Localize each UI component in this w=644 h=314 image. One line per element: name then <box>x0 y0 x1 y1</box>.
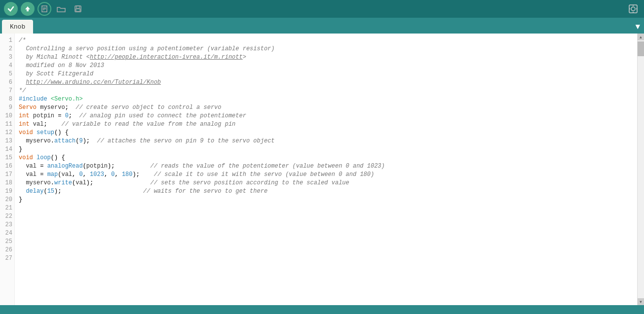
tab-label: Knob <box>10 23 25 31</box>
scroll-up[interactable]: ▲ <box>638 34 644 40</box>
line-number: 15 <box>3 154 12 162</box>
line-number: 17 <box>3 171 12 179</box>
code-line: */ <box>19 87 633 95</box>
line-number: 10 <box>3 112 12 120</box>
line-number: 25 <box>3 238 12 246</box>
code-area[interactable]: /* Controlling a servo position using a … <box>15 34 637 305</box>
code-line: } <box>19 196 633 204</box>
code-line: int potpin = 0; // analog pin used to co… <box>19 112 633 120</box>
code-line: myservo.write(val); // sets the servo po… <box>19 179 633 187</box>
code-line: delay(15); // waits for the servo to get… <box>19 187 633 196</box>
line-number: 4 <box>3 62 12 70</box>
scrollbar[interactable]: ▲ ▼ <box>637 34 644 305</box>
line-number: 8 <box>3 95 12 104</box>
code-line: int val; // variable to read the value f… <box>19 120 633 129</box>
line-number: 18 <box>3 179 12 187</box>
tab-dropdown[interactable]: ▼ <box>633 21 642 34</box>
toolbar-right <box>626 2 640 16</box>
line-number: 11 <box>3 120 12 129</box>
line-number: 7 <box>3 87 12 95</box>
code-line: /* <box>19 36 633 45</box>
line-number: 5 <box>3 70 12 78</box>
toolbar <box>0 0 644 18</box>
scroll-thumb[interactable] <box>638 41 644 56</box>
line-number: 6 <box>3 78 12 87</box>
save-button[interactable] <box>71 2 85 16</box>
line-number: 2 <box>3 45 12 53</box>
line-number: 12 <box>3 129 12 137</box>
line-number: 1 <box>3 36 12 45</box>
code-line: modified on 8 Nov 2013 <box>19 62 633 70</box>
code-line: #include <Servo.h> <box>19 95 633 104</box>
line-number: 23 <box>3 221 12 229</box>
line-number: 26 <box>3 246 12 254</box>
svg-marker-0 <box>25 6 30 11</box>
svg-rect-7 <box>76 9 80 11</box>
line-number: 20 <box>3 196 12 204</box>
code-line: myservo.attach(9); // attaches the servo… <box>19 137 633 145</box>
editor: 1234567891011121314151617181920212223242… <box>0 34 644 305</box>
code-line: void loop() { <box>19 154 633 162</box>
new-button[interactable] <box>38 2 51 16</box>
line-number: 21 <box>3 204 12 212</box>
line-number: 14 <box>3 145 12 154</box>
open-button[interactable] <box>54 2 68 16</box>
tabbar: Knob ▼ <box>0 18 644 34</box>
line-number: 16 <box>3 162 12 171</box>
line-number: 9 <box>3 104 12 112</box>
statusbar <box>0 305 644 314</box>
code-line: val = map(val, 0, 1023, 0, 180); // scal… <box>19 171 633 179</box>
line-number: 13 <box>3 137 12 145</box>
svg-rect-8 <box>629 5 637 13</box>
code-line: by Michal Rinott <http://people.interact… <box>19 53 633 62</box>
code-line: } <box>19 145 633 154</box>
svg-point-9 <box>631 7 635 11</box>
code-line: Servo myservo; // create servo object to… <box>19 104 633 112</box>
line-number: 22 <box>3 212 12 221</box>
line-number: 19 <box>3 187 12 196</box>
scroll-down[interactable]: ▼ <box>638 298 644 305</box>
tab-knob[interactable]: Knob <box>2 20 33 34</box>
line-number: 27 <box>3 254 12 263</box>
code-line: http://www.arduino.cc/en/Tutorial/Knob <box>19 78 633 87</box>
upload-button[interactable] <box>21 2 35 16</box>
code-line: Controlling a servo position using a pot… <box>19 45 633 53</box>
line-number: 24 <box>3 229 12 238</box>
code-line: val = analogRead(potpin); // reads the v… <box>19 162 633 171</box>
serial-monitor-button[interactable] <box>626 2 640 16</box>
line-number: 3 <box>3 53 12 62</box>
line-numbers: 1234567891011121314151617181920212223242… <box>0 34 15 305</box>
code-line: void setup() { <box>19 129 633 137</box>
verify-button[interactable] <box>4 2 18 16</box>
code-line: by Scott Fitzgerald <box>19 70 633 78</box>
